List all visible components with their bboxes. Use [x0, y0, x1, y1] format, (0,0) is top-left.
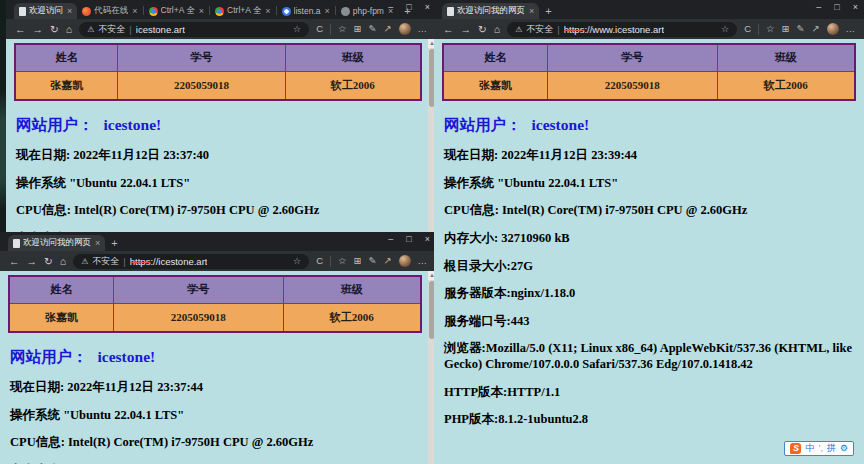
copilot-icon[interactable]: C — [316, 24, 323, 34]
refresh-button[interactable]: ↻ — [50, 24, 59, 35]
collections-icon[interactable]: ⊞ — [354, 256, 362, 266]
close-button[interactable]: × — [853, 2, 858, 12]
minimize-button[interactable]: – — [816, 2, 821, 12]
copilot-icon[interactable]: C — [744, 24, 751, 34]
maximize-button[interactable]: □ — [406, 234, 411, 244]
address-bar[interactable]: ⚠ 不安全 | icestone.art ☆ — [79, 22, 309, 37]
minimize-button[interactable]: – — [388, 2, 393, 12]
header-class: 班级 — [717, 44, 855, 71]
pill-separator: | — [123, 256, 125, 267]
more-menu-button[interactable]: … — [846, 24, 856, 34]
copilot-icon[interactable]: C — [316, 256, 323, 266]
back-button[interactable]: ← — [15, 24, 26, 35]
share-icon[interactable]: ↗ — [384, 24, 392, 34]
home-button[interactable]: ⌂ — [60, 256, 66, 267]
document-icon — [13, 239, 20, 248]
more-menu-button[interactable]: … — [418, 256, 428, 266]
refresh-button[interactable]: ↻ — [478, 24, 487, 35]
share-icon[interactable]: ↗ — [812, 24, 820, 34]
forward-button[interactable]: → — [461, 24, 472, 35]
favorite-star-icon[interactable]: ☆ — [293, 256, 301, 266]
info-browser-ua: 浏览器:Mozilla/5.0 (X11; Linux x86_64) Appl… — [444, 341, 856, 372]
more-menu-button[interactable]: … — [418, 24, 428, 34]
tab-close-icon[interactable]: × — [67, 6, 72, 16]
tab-close-icon[interactable]: × — [199, 6, 204, 16]
gear-icon[interactable]: ⚙ — [840, 444, 848, 453]
address-bar[interactable]: ⚠ 不安全 | https://www.icestone.art ☆ — [507, 22, 737, 37]
refresh-button[interactable]: ↻ — [44, 256, 53, 267]
student-table: 姓名 学号 班级 张嘉凯 2205059018 软工2006 — [14, 43, 422, 101]
tab-close-icon[interactable]: × — [325, 6, 330, 16]
tab-close-icon[interactable]: × — [529, 6, 534, 16]
header-name: 姓名 — [9, 276, 114, 303]
header-name: 姓名 — [15, 44, 118, 71]
maximize-button[interactable]: □ — [406, 2, 411, 12]
new-tab-button[interactable]: + — [545, 5, 551, 17]
window-controls: – □ × — [388, 2, 430, 12]
favorites-icon[interactable]: ☆ — [338, 24, 347, 34]
tab-title: Ctrl+A 全 — [161, 5, 195, 17]
share-icon[interactable]: ↗ — [384, 256, 392, 266]
minimize-button[interactable]: – — [388, 234, 393, 244]
info-os: 操作系统 "Ubuntu 22.04.1 LTS" — [16, 176, 422, 192]
new-tab-button[interactable]: + — [111, 237, 117, 249]
home-button[interactable]: ⌂ — [66, 24, 72, 35]
tab-listen[interactable]: listen.a × — [277, 3, 335, 19]
home-button[interactable]: ⌂ — [494, 24, 500, 35]
address-bar[interactable]: ⚠ 不安全 | https://icestone.art ☆ — [73, 254, 309, 269]
tab-code-online[interactable]: 代码在线 × — [77, 3, 142, 19]
close-button[interactable]: × — [425, 234, 430, 244]
tab-title: listen.a — [294, 6, 321, 16]
browser-toolbar: ← → ↻ ⌂ ⚠ 不安全 | https://icestone.art ☆ C… — [0, 251, 436, 271]
chrome-icon — [215, 7, 224, 16]
tab-close-icon[interactable]: × — [132, 6, 137, 16]
profile-avatar[interactable] — [399, 255, 411, 267]
collections-icon[interactable]: ⊞ — [782, 24, 790, 34]
tab-title: 代码在线 — [94, 5, 128, 17]
profile-avatar[interactable] — [399, 23, 411, 35]
sogou-input-bar[interactable]: S 中 ’, 拼 ⚙ — [784, 441, 854, 456]
toolbar-separator — [330, 24, 331, 35]
back-button[interactable]: ← — [9, 256, 20, 267]
cell-class: 软工2006 — [283, 303, 421, 332]
url-text: icestone.art — [136, 24, 185, 35]
back-button[interactable]: ← — [443, 24, 454, 35]
punctuation-toggle[interactable]: ’, — [818, 444, 823, 453]
search-icon — [282, 7, 291, 16]
browser-window-bottom-left: 欢迎访问我的网页 × + – □ × ← → ↻ ⌂ ⚠ 不安全 | https… — [0, 232, 436, 464]
info-php-version: PHP版本:8.1.2-1ubuntu2.8 — [444, 412, 856, 428]
favorite-star-icon[interactable]: ☆ — [721, 24, 729, 34]
header-class: 班级 — [283, 276, 421, 303]
tab-strip: 欢迎访问我的网页 × + – □ × — [0, 232, 436, 251]
cell-name: 张嘉凯 — [15, 71, 118, 100]
favorite-star-icon[interactable]: ☆ — [293, 24, 301, 34]
site-user-heading: 网站用户：icestone! — [10, 347, 422, 368]
tab-welcome[interactable]: 欢迎访问我的网页 × — [442, 3, 539, 19]
input-mode-chinese[interactable]: 中 — [805, 444, 814, 453]
warning-icon: ⚠ — [515, 25, 522, 34]
forward-button[interactable]: → — [27, 256, 38, 267]
favorites-icon[interactable]: ☆ — [766, 24, 775, 34]
tab-close-icon[interactable]: × — [265, 6, 270, 16]
tab-close-icon[interactable]: × — [95, 238, 100, 248]
pinyin-indicator[interactable]: 拼 — [827, 444, 836, 453]
browser-window-right: 欢迎访问我的网页 × + – □ × ← → ↻ ⌂ ⚠ 不安全 | https… — [434, 0, 864, 464]
profile-avatar[interactable] — [827, 23, 839, 35]
warning-icon: ⚠ — [81, 257, 88, 266]
tab-ctrl-a-2[interactable]: Ctrl+A 全 × — [210, 3, 276, 19]
tab-ctrl-a-1[interactable]: Ctrl+A 全 × — [144, 3, 210, 19]
capture-icon[interactable]: ✎ — [797, 24, 805, 34]
close-button[interactable]: × — [425, 2, 430, 12]
maximize-button[interactable]: □ — [834, 2, 839, 12]
favorites-icon[interactable]: ☆ — [338, 256, 347, 266]
forward-button[interactable]: → — [33, 24, 44, 35]
toolbar-separator — [330, 256, 331, 267]
capture-icon[interactable]: ✎ — [369, 256, 377, 266]
tab-welcome[interactable]: 欢迎访问 × — [14, 3, 77, 19]
page-content: 姓名 学号 班级 张嘉凯 2205059018 软工2006 网站用户：ices… — [6, 39, 436, 232]
capture-icon[interactable]: ✎ — [369, 24, 377, 34]
cell-student-id: 2205059018 — [548, 71, 718, 100]
tab-welcome[interactable]: 欢迎访问我的网页 × — [8, 235, 105, 251]
info-http-version: HTTP版本:HTTP/1.1 — [444, 385, 856, 401]
collections-icon[interactable]: ⊞ — [354, 24, 362, 34]
